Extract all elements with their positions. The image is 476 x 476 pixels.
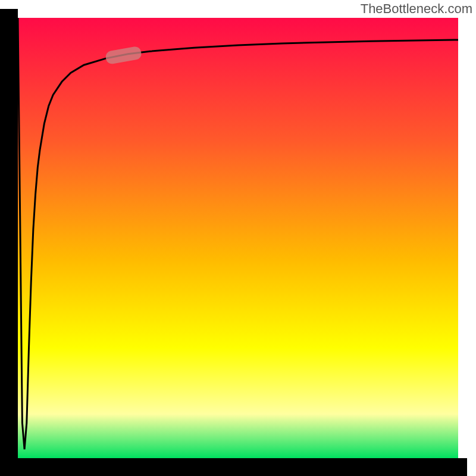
chart-container: TheBottleneck.com <box>0 0 476 476</box>
watermark-text: TheBottleneck.com <box>361 1 472 17</box>
plot-background <box>18 18 458 458</box>
bottleneck-plot <box>0 0 476 476</box>
